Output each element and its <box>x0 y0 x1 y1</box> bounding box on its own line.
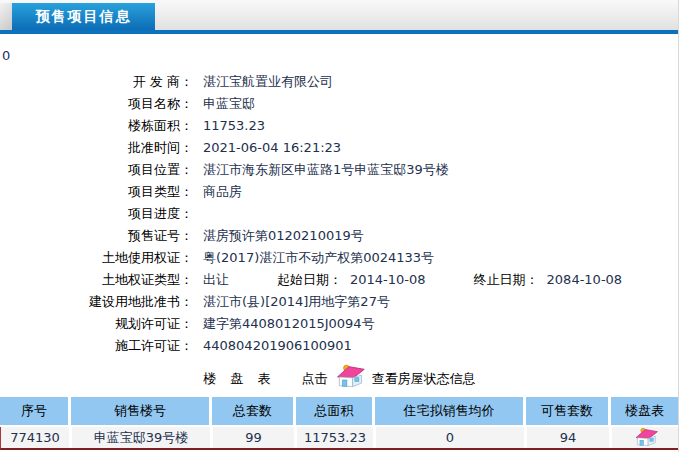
column-header: 可售套数 <box>526 397 608 425</box>
form-row: 开 发 商：湛江宝航置业有限公司 <box>0 71 679 93</box>
form-row: 项目类型：商品房 <box>0 181 679 203</box>
tab-bar-left-stub <box>0 3 12 30</box>
form-row: 项目进度： <box>0 203 679 225</box>
form-row: 批准时间：2021-06-04 16:21:23 <box>0 137 679 159</box>
form-row: 项目名称：申蓝宝邸 <box>0 93 679 115</box>
field-value: 申蓝宝邸 <box>203 93 255 115</box>
column-header: 销售楼号 <box>71 397 209 425</box>
table-row: 774130申蓝宝邸39号楼9911753.23094 <box>1 427 679 448</box>
field-value: 湛江宝航置业有限公司 <box>203 71 333 93</box>
field-value: 湛房预许第0120210019号 <box>203 225 364 247</box>
form-row: 建设用地批准书：湛江市(县)[2014]用地字第27号 <box>0 291 679 313</box>
table-cell: 99 <box>213 427 294 448</box>
field-label: 项目进度： <box>0 203 193 225</box>
table-cell: 94 <box>527 427 609 448</box>
table-cell: 0 <box>376 427 524 448</box>
field-label: 土地权证类型： <box>0 269 193 291</box>
field-label: 预售证号： <box>0 225 193 247</box>
field-value: 440804201906100901 <box>203 335 352 357</box>
form-row: 土地权证类型：出让起始日期：2014-10-08终止日期：2084-10-08 <box>0 269 679 291</box>
project-detail-form: 开 发 商：湛江宝航置业有限公司项目名称：申蓝宝邸楼栋面积：11753.23批准… <box>0 71 679 357</box>
column-header: 楼盘表 <box>611 397 678 425</box>
presale-project-info-page: 预售项目信息 0 开 发 商：湛江宝航置业有限公司项目名称：申蓝宝邸楼栋面积：1… <box>0 0 679 452</box>
click-label: 点击 <box>302 371 328 386</box>
field-label: 建设用地批准书： <box>0 291 193 313</box>
field-value: 湛江市(县)[2014]用地字第27号 <box>203 291 390 313</box>
field-value: 湛江市海东新区申蓝路1号申蓝宝邸39号楼 <box>203 159 449 181</box>
tab-underline <box>0 30 679 34</box>
field-label: 起始日期： <box>277 269 342 291</box>
field-label: 开 发 商： <box>0 71 193 93</box>
field-value: 2084-10-08 <box>547 269 623 291</box>
field-label: 项目类型： <box>0 181 193 203</box>
form-row: 施工许可证：440804201906100901 <box>0 335 679 357</box>
tab-bar: 预售项目信息 <box>0 0 679 30</box>
form-row: 项目位置：湛江市海东新区申蓝路1号申蓝宝邸39号楼 <box>0 159 679 181</box>
form-row: 规划许可证：建字第4408012015J0094号 <box>0 313 679 335</box>
field-label: 终止日期： <box>474 269 539 291</box>
table-header-row: 序号销售楼号总套数总面积住宅拟销售均价可售套数楼盘表 <box>0 397 679 425</box>
table-cell: 774130 <box>1 427 69 448</box>
stray-zero-text: 0 <box>2 48 10 63</box>
column-header: 总面积 <box>296 397 372 425</box>
tab-presale-project-info[interactable]: 预售项目信息 <box>12 3 155 30</box>
field-value: 2014-10-08 <box>350 269 426 291</box>
field-value: 建字第4408012015J0094号 <box>203 313 375 335</box>
field-value: 2021-06-04 16:21:23 <box>203 137 341 159</box>
field-value: 11753.23 <box>203 115 265 137</box>
field-label: 项目名称： <box>0 93 193 115</box>
field-value: 粤(2017)湛江市不动产权第0024133号 <box>203 247 434 269</box>
table-cell-building-table <box>612 427 679 448</box>
field-label: 批准时间： <box>0 137 193 159</box>
building-table-caption: 楼 盘 表 点击 查看房屋状态信息 <box>0 363 679 391</box>
building-table-title: 楼 盘 表 <box>203 371 275 386</box>
table-cell: 申蓝宝邸39号楼 <box>72 427 210 448</box>
presale-buildings-table: 序号销售楼号总套数总面积住宅拟销售均价可售套数楼盘表 774130申蓝宝邸39号… <box>0 397 679 450</box>
view-house-status-label: 查看房屋状态信息 <box>372 371 476 386</box>
form-row: 楼栋面积：11753.23 <box>0 115 679 137</box>
field-label: 项目位置： <box>0 159 193 181</box>
house-icon[interactable] <box>334 363 366 399</box>
column-header: 序号 <box>0 397 68 425</box>
column-header: 住宅拟销售均价 <box>375 397 523 425</box>
field-label: 施工许可证： <box>0 335 193 357</box>
house-icon[interactable] <box>633 427 659 450</box>
table-cell: 11753.23 <box>297 427 373 448</box>
field-label: 楼栋面积： <box>0 115 193 137</box>
form-row: 土地使用权证：粤(2017)湛江市不动产权第0024133号 <box>0 247 679 269</box>
form-row: 预售证号：湛房预许第0120210019号 <box>0 225 679 247</box>
field-label: 土地使用权证： <box>0 247 193 269</box>
field-value: 出让 <box>203 269 229 291</box>
field-value: 商品房 <box>203 181 242 203</box>
field-label: 规划许可证： <box>0 313 193 335</box>
column-header: 总套数 <box>212 397 293 425</box>
